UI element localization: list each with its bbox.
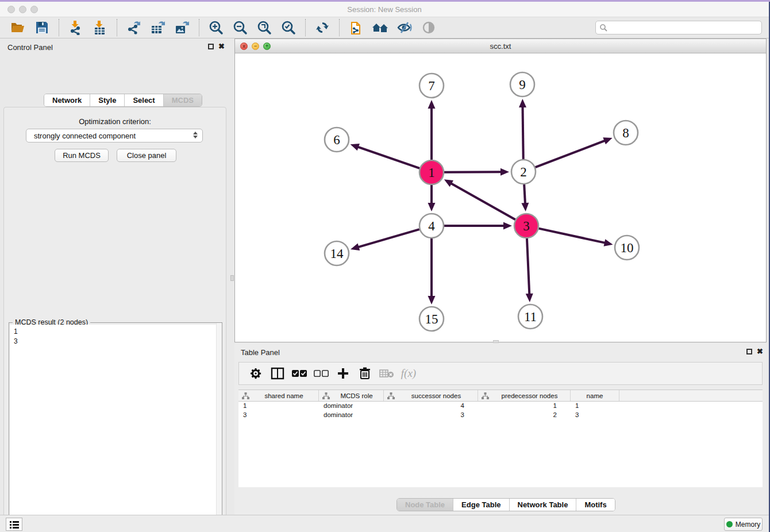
control-panel: Control Panel ✖ Network Style Select MCD… bbox=[0, 38, 230, 515]
tab-motifs[interactable]: Motifs bbox=[576, 499, 614, 511]
node-label-11: 11 bbox=[524, 310, 537, 324]
column-label: MCDS role bbox=[330, 392, 383, 399]
edge-2-3[interactable] bbox=[524, 184, 525, 205]
edge-2-9[interactable] bbox=[522, 106, 523, 159]
edge-2-8[interactable] bbox=[536, 140, 606, 167]
tab-style[interactable]: Style bbox=[90, 94, 125, 106]
import-network-icon[interactable] bbox=[67, 19, 84, 36]
table-row[interactable]: 1dominator411 bbox=[238, 402, 763, 411]
column-layout-icon[interactable] bbox=[268, 365, 287, 381]
column-header-MCDS-role[interactable]: MCDS role bbox=[319, 390, 384, 401]
result-scrollbar[interactable] bbox=[216, 323, 222, 532]
delete-column-icon[interactable] bbox=[355, 365, 375, 381]
close-table-panel-icon[interactable]: ✖ bbox=[757, 347, 763, 356]
network-canvas[interactable]: 7968124314101511 bbox=[235, 53, 766, 342]
home-icon[interactable] bbox=[372, 19, 389, 36]
tab-edge-table[interactable]: Edge Table bbox=[453, 499, 509, 511]
table-toolbar: f(x) bbox=[238, 362, 763, 385]
arrowhead-4-15 bbox=[428, 296, 436, 304]
node-label-4: 4 bbox=[428, 219, 435, 233]
table-cell[interactable]: 2 bbox=[478, 411, 571, 420]
arrowhead-4-3 bbox=[503, 222, 512, 230]
node-label-8: 8 bbox=[622, 126, 629, 140]
table-cell[interactable]: 1 bbox=[478, 402, 571, 411]
network-frame-title: scc.txt bbox=[235, 42, 766, 51]
arrowhead-1-2 bbox=[500, 168, 509, 176]
toolbar-separator bbox=[59, 19, 59, 36]
arrowhead-2-8 bbox=[603, 137, 612, 144]
mcds-result-group: MCDS result (2 nodes) 1 3 bbox=[9, 322, 222, 532]
float-panel-icon[interactable] bbox=[208, 44, 214, 49]
table-row[interactable]: 3dominator323 bbox=[238, 411, 763, 420]
table-cell[interactable]: 3 bbox=[384, 411, 478, 420]
float-table-panel-icon[interactable] bbox=[746, 349, 752, 354]
edge-1-6[interactable] bbox=[357, 147, 419, 168]
horizontal-splitter-handle[interactable] bbox=[493, 340, 499, 343]
close-panel-button[interactable]: Close panel bbox=[117, 149, 176, 162]
tab-node-table[interactable]: Node Table bbox=[397, 499, 453, 511]
table-cell[interactable]: 3 bbox=[238, 411, 319, 420]
vertical-splitter[interactable] bbox=[230, 38, 234, 515]
network-frame-titlebar[interactable]: x − + scc.txt bbox=[235, 39, 766, 53]
select-stepper-icon bbox=[193, 132, 198, 138]
table-tabs: Node Table Edge Table Network Table Moti… bbox=[396, 498, 615, 511]
splitter-handle[interactable] bbox=[230, 275, 234, 281]
task-history-button[interactable] bbox=[6, 518, 22, 531]
tab-select[interactable]: Select bbox=[125, 94, 163, 106]
arrowhead-3-11 bbox=[526, 294, 533, 302]
control-panel-title: Control Panel bbox=[7, 43, 53, 52]
edge-3-1[interactable] bbox=[450, 183, 515, 219]
tab-network-table[interactable]: Network Table bbox=[510, 499, 577, 511]
column-header-predecessor-nodes[interactable]: predecessor nodes bbox=[478, 390, 571, 401]
table-cell[interactable]: 4 bbox=[384, 402, 478, 411]
duplicate-network-icon[interactable] bbox=[348, 19, 365, 36]
mcds-result-text[interactable]: 1 3 bbox=[10, 325, 221, 532]
close-panel-icon[interactable]: ✖ bbox=[218, 42, 225, 51]
search-input[interactable] bbox=[607, 22, 761, 33]
add-column-icon[interactable] bbox=[333, 365, 353, 381]
edge-4-14[interactable] bbox=[357, 229, 419, 248]
deselect-all-columns-icon[interactable] bbox=[311, 365, 331, 381]
open-session-icon[interactable] bbox=[9, 19, 26, 36]
arrowhead-1-4 bbox=[428, 203, 436, 211]
select-all-columns-icon[interactable] bbox=[290, 365, 309, 381]
tab-mcds[interactable]: MCDS bbox=[164, 94, 202, 106]
column-header-shared-name[interactable]: shared name bbox=[238, 390, 319, 401]
zoom-selected-icon[interactable] bbox=[280, 19, 297, 36]
edge-3-11[interactable] bbox=[527, 238, 529, 295]
save-session-icon[interactable] bbox=[33, 19, 51, 36]
zoom-out-icon[interactable] bbox=[232, 19, 249, 36]
optimization-criterion-select[interactable]: strongly connected component bbox=[26, 129, 203, 142]
toolbar-separator bbox=[199, 19, 199, 36]
export-network-icon[interactable] bbox=[125, 19, 143, 36]
toolbar-separator bbox=[339, 19, 340, 36]
column-label: name bbox=[571, 392, 619, 399]
memory-button[interactable]: Memory bbox=[724, 518, 763, 531]
table-cell[interactable]: dominator bbox=[319, 411, 384, 420]
edge-3-10[interactable] bbox=[538, 229, 606, 243]
table-cell[interactable]: 1 bbox=[238, 402, 319, 411]
node-label-7: 7 bbox=[428, 79, 435, 93]
refresh-icon[interactable] bbox=[314, 19, 331, 36]
search-box[interactable] bbox=[595, 21, 762, 34]
control-panel-header: Control Panel ✖ bbox=[0, 38, 230, 56]
import-table-icon[interactable] bbox=[91, 19, 109, 36]
edge-1-2[interactable] bbox=[444, 172, 502, 172]
table-cell[interactable]: 3 bbox=[571, 411, 619, 420]
zoom-in-icon[interactable] bbox=[207, 19, 225, 36]
column-header-name[interactable]: name bbox=[571, 390, 619, 401]
export-table-icon[interactable] bbox=[149, 19, 167, 36]
table-header-row: shared nameMCDS rolesuccessor nodesprede… bbox=[238, 390, 763, 402]
table-cell[interactable]: dominator bbox=[319, 402, 384, 411]
run-mcds-button[interactable]: Run MCDS bbox=[55, 149, 109, 162]
toolbar-separator bbox=[117, 19, 117, 36]
table-cell[interactable]: 1 bbox=[571, 402, 619, 411]
style-preview-icon[interactable] bbox=[396, 19, 413, 36]
column-header-successor-nodes[interactable]: successor nodes bbox=[384, 390, 478, 401]
table-settings-icon[interactable] bbox=[246, 365, 265, 381]
mcds-panel: Optimization criterion: strongly connect… bbox=[3, 107, 226, 532]
zoom-fit-icon[interactable] bbox=[256, 19, 273, 36]
optimization-criterion-label: Optimization criterion: bbox=[4, 117, 226, 126]
export-image-icon[interactable] bbox=[174, 19, 191, 36]
tab-network[interactable]: Network bbox=[44, 94, 90, 106]
